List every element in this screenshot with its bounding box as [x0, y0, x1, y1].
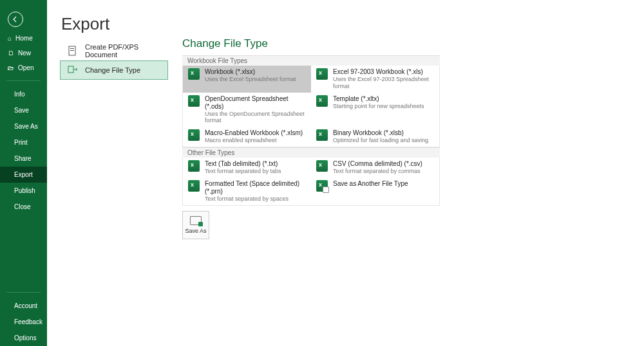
excel-icon: [316, 129, 328, 141]
excel-icon: [188, 129, 200, 141]
back-button[interactable]: [8, 12, 23, 27]
excel-icon: [316, 95, 328, 107]
filetype-sub: Macro enabled spreadsheet: [205, 137, 303, 144]
sidebar-item-new[interactable]: 🗋New: [0, 46, 47, 60]
export-option-label: Create PDF/XPS Document: [85, 43, 161, 59]
sidebar-separator: [6, 292, 41, 293]
saveas-label: Save As: [185, 228, 206, 234]
backstage-main: Export Create PDF/XPS Document Change Fi…: [47, 0, 644, 346]
filetype-title: OpenDocument Spreadsheet (*.ods): [205, 95, 306, 111]
export-option-changefiletype[interactable]: Change File Type: [60, 60, 168, 80]
sidebar-label: Print: [14, 139, 28, 146]
pdf-icon: [67, 45, 79, 57]
filetype-sub: Text format separated by spaces: [205, 196, 306, 203]
filetype-xlsx[interactable]: Workbook (*.xlsx)Uses the Excel Spreadsh…: [183, 66, 311, 93]
filetype-sub: Text format separated by tabs: [205, 168, 281, 175]
filetype-title: Save as Another File Type: [333, 180, 408, 188]
excel-icon: [188, 95, 200, 107]
excel-icon: [316, 68, 328, 80]
filetype-title: Excel 97-2003 Workbook (*.xls): [333, 68, 434, 76]
sidebar-label: New: [18, 50, 31, 57]
section-header: Workbook File Types: [182, 55, 440, 66]
sidebar-item-feedback[interactable]: Feedback: [0, 314, 47, 330]
sidebar-item-options[interactable]: Options: [0, 330, 47, 346]
page-title: Export: [61, 14, 109, 34]
other-file-types: Text (Tab delimited) (*.txt)Text format …: [182, 158, 440, 206]
sidebar-item-home[interactable]: ⌂Home: [0, 31, 47, 46]
filetype-sub: Optimized for fast loading and saving: [333, 137, 428, 144]
sidebar-item-export[interactable]: Export: [0, 167, 47, 183]
sidebar-label: Share: [14, 155, 32, 162]
new-icon: 🗋: [8, 50, 14, 57]
saveas-icon: [316, 180, 328, 192]
export-option-pdfxps[interactable]: Create PDF/XPS Document: [60, 41, 168, 60]
filetype-sub: Text format separated by commas: [333, 168, 422, 175]
svg-rect-3: [68, 66, 73, 73]
sidebar-item-account[interactable]: Account: [0, 298, 47, 314]
filetype-txt[interactable]: Text (Tab delimited) (*.txt)Text format …: [183, 158, 311, 178]
changefiletype-panel: Change File Type Workbook File Types Wor…: [182, 37, 631, 333]
filetype-sub: Uses the OpenDocument Spreadsheet format: [205, 111, 306, 125]
content-title: Change File Type: [182, 37, 631, 50]
sidebar-item-print[interactable]: Print: [0, 134, 47, 150]
filetype-xls[interactable]: Excel 97-2003 Workbook (*.xls)Uses the E…: [311, 66, 439, 93]
sidebar-label: Feedback: [14, 318, 43, 325]
sidebar-label: Publish: [14, 187, 35, 194]
export-options: Create PDF/XPS Document Change File Type: [60, 41, 168, 333]
filetype-title: Text (Tab delimited) (*.txt): [205, 160, 281, 168]
svg-rect-2: [70, 50, 74, 51]
sidebar-separator: [6, 80, 41, 81]
sidebar-item-share[interactable]: Share: [0, 150, 47, 167]
sidebar-label: Home: [15, 35, 33, 42]
filetype-sub: Uses the Excel Spreadsheet format: [205, 76, 296, 83]
filetype-prn[interactable]: Formatted Text (Space delimited) (*.prn)…: [183, 178, 311, 205]
filetype-title: Formatted Text (Space delimited) (*.prn): [205, 180, 306, 196]
sidebar-label: Info: [14, 91, 25, 98]
filetype-sub: Uses the Excel 97-2003 Spreadsheet forma…: [333, 76, 434, 90]
filetype-sub: Starting point for new spreadsheets: [333, 103, 424, 110]
sidebar-item-open[interactable]: 🗁Open: [0, 60, 47, 75]
excel-icon: [188, 68, 200, 80]
filetype-title: Binary Workbook (*.xlsb): [333, 129, 428, 137]
saveas-button[interactable]: Save As: [182, 211, 209, 239]
section-header: Other File Types: [182, 147, 440, 158]
export-option-label: Change File Type: [85, 66, 140, 74]
sidebar-label: Close: [14, 203, 31, 210]
filetype-title: Workbook (*.xlsx): [205, 68, 296, 76]
sidebar-item-save[interactable]: Save: [0, 102, 47, 118]
excel-icon: [316, 160, 328, 172]
changefiletype-icon: [67, 64, 79, 76]
sidebar-label: Export: [14, 171, 33, 178]
filetype-xlsb[interactable]: Binary Workbook (*.xlsb)Optimized for fa…: [311, 127, 439, 147]
svg-rect-1: [70, 48, 74, 49]
filetype-ods[interactable]: OpenDocument Spreadsheet (*.ods)Uses the…: [183, 93, 311, 127]
saveas-icon: [190, 216, 202, 225]
sidebar-label: Account: [14, 302, 37, 309]
filetype-title: Macro-Enabled Workbook (*.xlsm): [205, 129, 303, 137]
sidebar-label: Save: [14, 107, 29, 114]
sidebar-item-close[interactable]: Close: [0, 199, 47, 215]
sidebar-label: Options: [14, 334, 36, 341]
excel-icon: [188, 160, 200, 172]
sidebar-item-info[interactable]: Info: [0, 86, 47, 102]
workbook-file-types: Workbook (*.xlsx)Uses the Excel Spreadsh…: [182, 66, 440, 147]
filetype-xlsm[interactable]: Macro-Enabled Workbook (*.xlsm)Macro ena…: [183, 127, 311, 147]
sidebar-item-publish[interactable]: Publish: [0, 183, 47, 199]
filetype-another[interactable]: Save as Another File Type: [311, 178, 439, 205]
backstage-sidebar: ⌂Home 🗋New 🗁Open Info Save Save As Print…: [0, 0, 47, 346]
open-icon: 🗁: [8, 64, 14, 71]
filetype-title: Template (*.xltx): [333, 95, 424, 103]
excel-icon: [188, 180, 200, 192]
sidebar-label: Open: [18, 64, 33, 71]
filetype-xltx[interactable]: Template (*.xltx)Starting point for new …: [311, 93, 439, 127]
filetype-title: CSV (Comma delimited) (*.csv): [333, 160, 422, 168]
sidebar-label: Save As: [14, 123, 38, 130]
home-icon: ⌂: [8, 35, 12, 42]
sidebar-item-saveas[interactable]: Save As: [0, 118, 47, 134]
filetype-csv[interactable]: CSV (Comma delimited) (*.csv)Text format…: [311, 158, 439, 178]
